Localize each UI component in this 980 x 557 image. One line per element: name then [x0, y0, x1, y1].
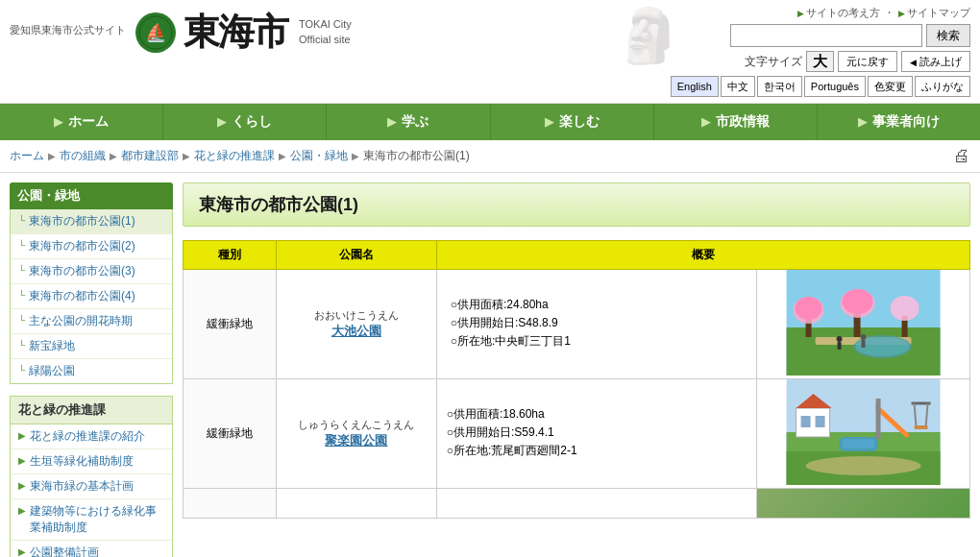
- nav-arrow-icon: ▶: [217, 115, 226, 129]
- park-name-cell: おおいけこうえん 大池公園: [277, 270, 437, 379]
- lang-korean-button[interactable]: 한국어: [757, 76, 802, 97]
- nav-city-info-label: 市政情報: [716, 113, 770, 131]
- table-row: 緩衝緑地 おおいけこうえん 大池公園 ○供用面積:24.80ha: [184, 270, 970, 379]
- nav-arrow-icon: ▶: [387, 115, 396, 129]
- sidebar-link-plan[interactable]: 東海市緑の基本計画: [30, 478, 134, 495]
- park-type-cell: 緩衝緑地: [184, 270, 277, 379]
- sidebar-link-shinpo[interactable]: 新宝緑地: [29, 338, 75, 354]
- park-photo-cell: [756, 270, 969, 379]
- sidebar-item-park4[interactable]: └ 東海市の都市公園(4): [11, 284, 172, 309]
- nav-lifestyle[interactable]: ▶ くらし: [163, 104, 327, 140]
- breadcrumb-flower[interactable]: 花と緑の推進課: [194, 148, 275, 164]
- sidebar-item-hedge[interactable]: ▶ 生垣等緑化補助制度: [11, 449, 172, 474]
- search-input[interactable]: [730, 24, 922, 47]
- sidebar-link-bloom[interactable]: 主な公園の開花時期: [29, 313, 133, 329]
- nav-enjoy[interactable]: ▶ 楽しむ: [491, 104, 654, 140]
- corner-icon: └: [18, 215, 25, 226]
- table-row: 緩衝緑地 しゅうらくえんこうえん 聚楽園公園 ○供用面積:18.60ha ○供用…: [184, 379, 970, 489]
- sidebar-item-park1[interactable]: └ 東海市の都市公園(1): [11, 209, 172, 234]
- sidebar-link-park2[interactable]: 東海市の都市公園(2): [29, 238, 135, 254]
- color-change-button[interactable]: 色変更: [868, 76, 913, 97]
- nav-enjoy-label: 楽しむ: [559, 113, 600, 131]
- breadcrumb-park-green[interactable]: 公園・緑地: [290, 148, 348, 164]
- lang-chinese-button[interactable]: 中文: [721, 76, 755, 97]
- lang-portuguese-button[interactable]: Português: [804, 76, 866, 97]
- svg-point-32: [805, 456, 920, 475]
- sidebar-item-park-plan[interactable]: ▶ 公園整備計画: [11, 541, 172, 557]
- lang-english-button[interactable]: English: [671, 76, 719, 97]
- logo-icon: ⛵: [135, 12, 176, 53]
- logo-en: TOKAI City Official site: [299, 17, 352, 47]
- svg-rect-16: [837, 342, 841, 350]
- sidebar-link-park-plan[interactable]: 公園整備計画: [30, 545, 99, 557]
- sidebar-link-hedge[interactable]: 生垣等緑化補助制度: [30, 453, 134, 470]
- breadcrumb-org[interactable]: 市の組織: [60, 148, 106, 164]
- link-sep: ・: [884, 6, 894, 20]
- overview-item: ○所在地:荒尾町西廻間2-1: [447, 443, 747, 459]
- font-large-button[interactable]: 大: [806, 51, 834, 72]
- header: 愛知県東海市公式サイト ⛵ 東海市 TOKAI City Official si…: [0, 0, 980, 104]
- sidebar-link-park3[interactable]: 東海市の都市公園(3): [29, 263, 135, 279]
- nav-business[interactable]: ▶ 事業者向け: [818, 104, 980, 140]
- park-photo-cell: [756, 489, 969, 519]
- furigana-button[interactable]: ふりがな: [915, 76, 970, 97]
- sidebar-item-ryokuyo[interactable]: └ 緑陽公園: [11, 359, 172, 383]
- logo-area: 愛知県東海市公式サイト ⛵ 東海市 TOKAI City Official si…: [10, 6, 352, 57]
- nav-arrow-icon: ▶: [858, 115, 867, 129]
- sidebar-section-parks: 公園・緑地 └ 東海市の都市公園(1) └ 東海市の都市公園(2) └ 東海市の…: [10, 182, 173, 384]
- header-links: サイトの考え方 ・ サイトマップ: [797, 6, 970, 20]
- sidebar: 公園・緑地 └ 東海市の都市公園(1) └ 東海市の都市公園(2) └ 東海市の…: [10, 182, 173, 557]
- sidebar-link-ryokuyo[interactable]: 緑陽公園: [29, 363, 75, 379]
- sidebar-link-intro[interactable]: 花と緑の推進課の紹介: [30, 428, 145, 445]
- overview-item: ○供用面積:24.80ha: [447, 297, 747, 313]
- nav-home[interactable]: ▶ ホーム: [0, 104, 163, 140]
- font-reset-button[interactable]: 元に戻す: [838, 51, 897, 72]
- corner-icon: └: [18, 265, 25, 276]
- arrow-icon: ▶: [18, 430, 26, 441]
- corner-icon: └: [18, 340, 25, 351]
- park-name-link[interactable]: 聚楽園公園: [325, 433, 387, 448]
- font-row: 文字サイズ 大 元に戻す 読み上げ: [745, 51, 970, 72]
- buddha-decoration: 🗿: [616, 5, 682, 67]
- search-button[interactable]: 検索: [926, 24, 970, 47]
- sidebar-link-park4[interactable]: 東海市の都市公園(4): [29, 288, 135, 304]
- overview-item: ○供用開始日:S59.4.1: [447, 424, 747, 441]
- site-name-label: 愛知県東海市公式サイト: [10, 23, 126, 37]
- sidebar-link-park1[interactable]: 東海市の都市公園(1): [29, 213, 135, 230]
- overview-item: ○供用開始日:S48.8.9: [447, 315, 747, 331]
- sidebar-item-plan[interactable]: ▶ 東海市緑の基本計画: [11, 474, 172, 499]
- nav-learn-label: 学ぶ: [402, 113, 429, 131]
- nav-arrow-icon: ▶: [54, 115, 62, 129]
- sitemap-link[interactable]: サイトマップ: [898, 6, 970, 20]
- breadcrumb-dept[interactable]: 都市建設部: [121, 148, 179, 164]
- park-name-cell: しゅうらくえんこうえん 聚楽園公園: [277, 379, 437, 489]
- print-button[interactable]: 🖨: [953, 146, 970, 166]
- park-name-link[interactable]: 大池公園: [331, 324, 381, 338]
- svg-rect-34: [842, 439, 874, 448]
- sidebar-item-intro[interactable]: ▶ 花と緑の推進課の紹介: [11, 424, 172, 449]
- sidebar-item-park3[interactable]: └ 東海市の都市公園(3): [11, 259, 172, 284]
- sidebar-item-park2[interactable]: └ 東海市の都市公園(2): [11, 234, 172, 259]
- site-concept-link[interactable]: サイトの考え方: [797, 6, 880, 20]
- sidebar-link-building[interactable]: 建築物等における緑化事業補助制度: [30, 503, 164, 536]
- sidebar-item-building[interactable]: ▶ 建築物等における緑化事業補助制度: [11, 499, 172, 541]
- arrow-icon: ▶: [18, 455, 26, 466]
- sidebar-item-bloom[interactable]: └ 主な公園の開花時期: [11, 309, 172, 334]
- sidebar-list-flower: ▶ 花と緑の推進課の紹介 ▶ 生垣等緑化補助制度 ▶ 東海市緑の基本計画 ▶ 建…: [10, 424, 173, 557]
- nav-city-info[interactable]: ▶ 市政情報: [654, 104, 818, 140]
- main-nav: ▶ ホーム ▶ くらし ▶ 学ぶ ▶ 楽しむ ▶ 市政情報 ▶ 事業者向け: [0, 104, 980, 140]
- content-area: 東海市の都市公園(1) 種別 公園名 概要 緩衝緑地 おおいけこうえん 大池公園: [183, 182, 970, 557]
- svg-point-7: [795, 297, 821, 320]
- table-header-type: 種別: [184, 241, 277, 270]
- park-photo-cell: [756, 379, 969, 489]
- svg-point-10: [842, 289, 872, 314]
- page-title: 東海市の都市公園(1): [199, 193, 954, 216]
- overview-text: ○供用面積:18.60ha: [447, 406, 545, 423]
- park-overview-cell: ○供用面積:18.60ha ○供用開始日:S59.4.1 ○所在地:荒尾町西廻間…: [436, 379, 756, 489]
- svg-text:⛵: ⛵: [145, 22, 167, 43]
- read-aloud-button[interactable]: 読み上げ: [901, 51, 970, 72]
- nav-learn[interactable]: ▶ 学ぶ: [327, 104, 490, 140]
- sidebar-item-shinpo[interactable]: └ 新宝緑地: [11, 334, 172, 359]
- breadcrumb-home[interactable]: ホーム: [10, 148, 44, 164]
- breadcrumb-path: ホーム ▶ 市の組織 ▶ 都市建設部 ▶ 花と緑の推進課 ▶ 公園・緑地 ▶ 東…: [10, 148, 470, 164]
